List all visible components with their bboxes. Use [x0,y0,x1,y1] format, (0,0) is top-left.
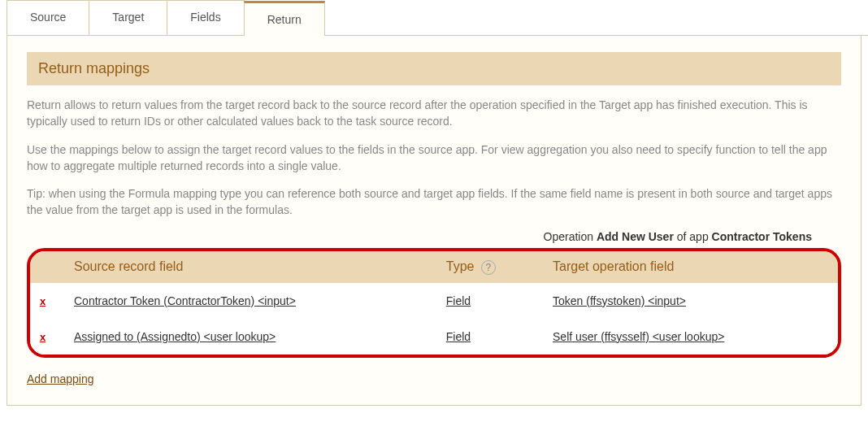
tab-return[interactable]: Return [244,1,325,36]
source-field-link[interactable]: Contractor Token (ContractorToken) <inpu… [74,294,296,307]
operation-summary: Operation Add New User of app Contractor… [27,230,841,243]
source-field-link[interactable]: Assigned to (Assignedto) <user lookup> [74,330,276,343]
tab-source[interactable]: Source [7,0,89,35]
col-type: Type ? [436,251,543,283]
col-target: Target operation field [543,251,838,283]
tabs-bar: Source Target Fields Return [7,0,868,36]
target-field-link[interactable]: Token (ffsystoken) <input> [553,294,686,307]
operation-middle: of app [674,230,712,243]
table-row: x Contractor Token (ContractorToken) <in… [30,283,838,319]
help-icon[interactable]: ? [481,260,496,275]
return-tab-content: Return mappings Return allows to return … [7,36,861,406]
operation-app-name: Contractor Tokens [712,230,812,243]
mappings-highlight: Source record field Type ? Target operat… [27,248,841,358]
delete-mapping-button[interactable]: x [40,331,46,343]
operation-prefix: Operation [544,230,597,243]
table-row: x Assigned to (Assignedto) <user lookup>… [30,319,838,355]
section-title: Return mappings [27,52,841,85]
type-link[interactable]: Field [446,294,471,307]
target-field-link[interactable]: Self user (ffsysself) <user lookup> [553,330,724,343]
col-type-label: Type [446,259,475,273]
add-mapping-link[interactable]: Add mapping [27,372,94,385]
operation-name: Add New User [597,230,674,243]
delete-mapping-button[interactable]: x [40,295,46,307]
type-link[interactable]: Field [446,330,471,343]
tab-target[interactable]: Target [89,0,167,35]
mappings-table: Source record field Type ? Target operat… [30,251,838,355]
description-para-2: Use the mappings below to assign the tar… [27,141,841,175]
description-para-3: Tip: when using the Formula mapping type… [27,185,841,219]
col-delete [30,251,64,283]
description-para-1: Return allows to return values from the … [27,97,841,130]
col-source: Source record field [64,251,436,283]
tab-fields[interactable]: Fields [167,0,244,35]
